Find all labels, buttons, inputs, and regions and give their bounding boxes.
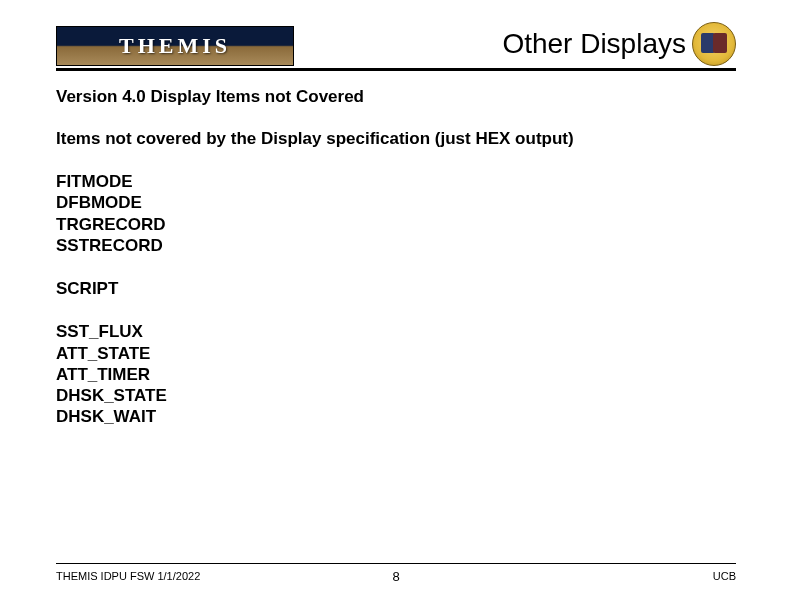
- slide-footer: THEMIS IDPU FSW 1/1/2022 8 UCB: [56, 563, 736, 582]
- item-group: SCRIPT: [56, 278, 736, 299]
- footer-left: THEMIS IDPU FSW 1/1/2022: [56, 570, 200, 582]
- list-item: SST_FLUX: [56, 321, 736, 342]
- mission-badge-icon: [692, 22, 736, 66]
- slide-content: Version 4.0 Display Items not Covered It…: [56, 71, 736, 428]
- list-item: SSTRECORD: [56, 235, 736, 256]
- item-group: SST_FLUX ATT_STATE ATT_TIMER DHSK_STATE …: [56, 321, 736, 427]
- list-item: TRGRECORD: [56, 214, 736, 235]
- slide-header: THEMIS Other Displays: [56, 22, 736, 71]
- footer-right: UCB: [713, 570, 736, 582]
- slide-title: Other Displays: [502, 28, 686, 60]
- section-heading: Version 4.0 Display Items not Covered: [56, 87, 736, 107]
- item-group: FITMODE DFBMODE TRGRECORD SSTRECORD: [56, 171, 736, 256]
- list-item: DHSK_WAIT: [56, 406, 736, 427]
- list-item: ATT_TIMER: [56, 364, 736, 385]
- section-subheading: Items not covered by the Display specifi…: [56, 129, 736, 149]
- title-wrap: Other Displays: [502, 22, 736, 66]
- list-item: DHSK_STATE: [56, 385, 736, 406]
- list-item: SCRIPT: [56, 278, 736, 299]
- list-item: DFBMODE: [56, 192, 736, 213]
- slide: THEMIS Other Displays Version 4.0 Displa…: [56, 22, 736, 582]
- logo-text: THEMIS: [119, 33, 231, 59]
- themis-logo: THEMIS: [56, 26, 294, 66]
- list-item: ATT_STATE: [56, 343, 736, 364]
- list-item: FITMODE: [56, 171, 736, 192]
- page-number: 8: [392, 569, 399, 584]
